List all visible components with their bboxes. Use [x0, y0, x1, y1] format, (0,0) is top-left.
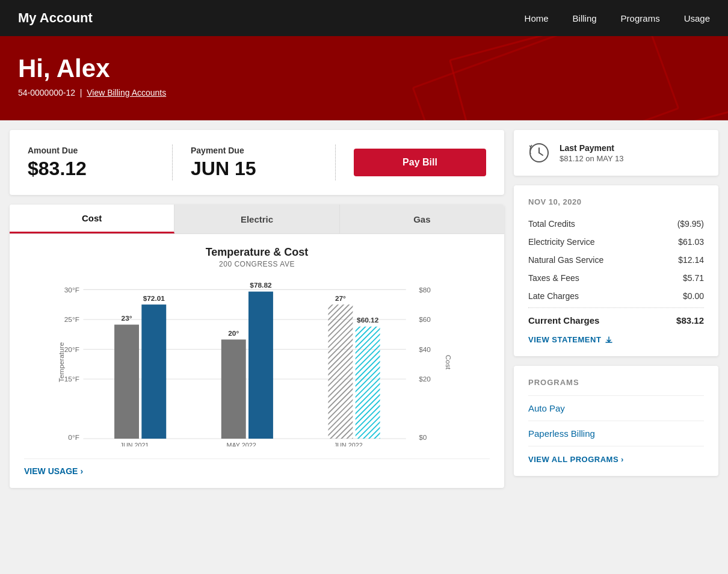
bar-jun2022-cost	[356, 327, 380, 439]
amount-due-label: Amount Due	[28, 146, 154, 155]
view-statement-button[interactable]: VIEW STATEMENT	[528, 335, 613, 344]
svg-text:Cost: Cost	[444, 355, 452, 370]
header: My Account Home Billing Programs Usage	[0, 0, 728, 36]
tab-cost[interactable]: Cost	[10, 205, 174, 233]
view-usage-section: VIEW USAGE ›	[24, 458, 490, 476]
view-all-programs-button[interactable]: VIEW ALL PROGRAMS ›	[528, 455, 624, 464]
last-payment-card: Last Payment $81.12 on MAY 13	[514, 130, 718, 176]
svg-text:30°F: 30°F	[64, 286, 79, 294]
hero-account: 54-0000000-12 | View Billing Accounts	[18, 88, 710, 97]
payment-due-label: Payment Due	[191, 146, 317, 155]
svg-text:20°: 20°	[228, 329, 239, 338]
svg-text:JUN 2021: JUN 2021	[120, 442, 149, 446]
chart-tabs: Cost Electric Gas	[10, 205, 504, 234]
bar-may2022-temp	[221, 339, 246, 439]
main-nav: Home Billing Programs Usage	[525, 13, 710, 23]
statement-total-value: $83.12	[676, 315, 704, 326]
download-icon	[605, 336, 613, 344]
statement-total-label: Current Charges	[528, 315, 599, 326]
svg-text:$78.82: $78.82	[250, 281, 272, 289]
svg-text:$40: $40	[419, 345, 431, 354]
tab-electric[interactable]: Electric	[174, 205, 339, 233]
svg-text:JUN 2022: JUN 2022	[334, 442, 363, 446]
pay-bill-button[interactable]: Pay Bill	[354, 149, 486, 176]
right-column: Last Payment $81.12 on MAY 13 NOV 10, 20…	[514, 130, 718, 476]
statement-row-gas: Natural Gas Service $12.14	[528, 251, 704, 269]
view-billing-accounts-link[interactable]: View Billing Accounts	[87, 88, 166, 97]
svg-text:$60.12: $60.12	[357, 316, 379, 324]
statement-value-gas: $12.14	[678, 255, 704, 265]
nav-home[interactable]: Home	[525, 13, 549, 23]
statement-row-credits: Total Credits ($9.95)	[528, 215, 704, 233]
svg-text:$0: $0	[419, 433, 427, 442]
chart-subtitle: 200 CONGRESS AVE	[24, 260, 490, 268]
programs-title: PROGRAMS	[528, 378, 704, 387]
statement-divider	[528, 307, 704, 308]
svg-text:25°F: 25°F	[64, 315, 79, 324]
billing-divider-1	[172, 144, 173, 181]
app-title: My Account	[18, 10, 93, 26]
statement-row-late: Late Charges $0.00	[528, 287, 704, 305]
svg-text:Temperature: Temperature	[57, 342, 66, 382]
program-link-autopay[interactable]: Auto Pay	[528, 395, 704, 421]
chart-title: Temperature & Cost	[24, 246, 490, 259]
billing-divider-2	[335, 144, 336, 181]
account-number: 54-0000000-12	[18, 88, 75, 97]
last-payment-detail: $81.12 on MAY 13	[560, 154, 624, 163]
chart-body: Temperature & Cost 200 CONGRESS AVE 30°F…	[10, 234, 504, 488]
nav-billing[interactable]: Billing	[573, 13, 597, 23]
statement-label-taxes: Taxes & Fees	[528, 273, 579, 283]
bar-jun2021-cost	[141, 304, 166, 439]
svg-text:$72.01: $72.01	[143, 294, 165, 303]
statement-value-late: $0.00	[683, 291, 704, 301]
statement-value-electricity: $61.03	[678, 237, 704, 247]
statement-label-gas: Natural Gas Service	[528, 255, 603, 265]
svg-text:$80: $80	[419, 286, 431, 294]
statement-card: NOV 10, 2020 Total Credits ($9.95) Elect…	[514, 185, 718, 356]
bar-jun2022-temp	[328, 304, 353, 439]
bar-jun2021-temp	[114, 325, 139, 439]
statement-label-electricity: Electricity Service	[528, 237, 594, 247]
hero-banner: Hi, Alex 54-0000000-12 | View Billing Ac…	[0, 36, 728, 120]
svg-text:$60: $60	[419, 315, 431, 324]
main-content: Amount Due $83.12 Payment Due JUN 15 Pay…	[0, 120, 728, 498]
nav-usage[interactable]: Usage	[684, 13, 710, 23]
statement-row-electricity: Electricity Service $61.03	[528, 233, 704, 251]
nav-programs[interactable]: Programs	[621, 13, 660, 23]
svg-text:$20: $20	[419, 375, 431, 383]
statement-row-taxes: Taxes & Fees $5.71	[528, 269, 704, 287]
tab-gas[interactable]: Gas	[340, 205, 504, 233]
last-payment-info: Last Payment $81.12 on MAY 13	[560, 143, 624, 163]
statement-value-credits: ($9.95)	[677, 219, 704, 229]
clock-icon	[528, 142, 550, 164]
svg-line-33	[539, 153, 543, 155]
statement-label-credits: Total Credits	[528, 219, 575, 229]
programs-card: PROGRAMS Auto Pay Paperless Billing VIEW…	[514, 366, 718, 476]
chart-container: 30°F 25°F 20°F 15°F 0°F Temperature	[24, 278, 490, 446]
svg-text:20°F: 20°F	[64, 345, 79, 354]
svg-text:MAY 2022: MAY 2022	[227, 442, 256, 446]
program-link-paperless[interactable]: Paperless Billing	[528, 421, 704, 446]
hero-greeting: Hi, Alex	[18, 54, 710, 83]
svg-text:23°: 23°	[122, 314, 132, 322]
view-usage-link[interactable]: VIEW USAGE ›	[24, 466, 490, 476]
chart-svg: 30°F 25°F 20°F 15°F 0°F Temperature	[24, 278, 490, 446]
chart-card: Cost Electric Gas Temperature & Cost 200…	[10, 205, 504, 488]
svg-text:15°F: 15°F	[64, 375, 79, 383]
left-column: Amount Due $83.12 Payment Due JUN 15 Pay…	[10, 130, 504, 488]
amount-due-value: $83.12	[28, 158, 154, 180]
payment-due-section: Payment Due JUN 15	[191, 146, 317, 180]
svg-text:27°: 27°	[335, 294, 346, 303]
statement-total-row: Current Charges $83.12	[528, 310, 704, 326]
payment-due-value: JUN 15	[191, 158, 317, 180]
svg-text:0°F: 0°F	[68, 433, 79, 442]
amount-due-section: Amount Due $83.12	[28, 146, 154, 180]
statement-label-late: Late Charges	[528, 291, 579, 301]
statement-date: NOV 10, 2020	[528, 197, 704, 206]
statement-value-taxes: $5.71	[683, 273, 704, 283]
billing-summary-card: Amount Due $83.12 Payment Due JUN 15 Pay…	[10, 130, 504, 195]
last-payment-title: Last Payment	[560, 143, 624, 153]
bar-may2022-cost	[248, 292, 273, 439]
